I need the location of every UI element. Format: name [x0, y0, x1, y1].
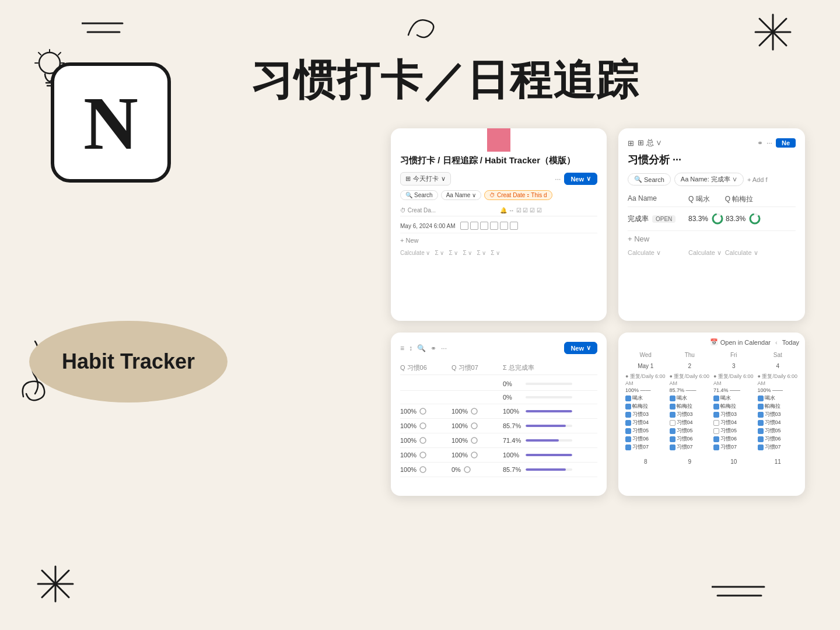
svg-point-35 [464, 467, 470, 473]
search-label-2: Search [644, 176, 664, 183]
sort-icon[interactable]: ↕ [409, 344, 412, 352]
day3-pct: 71.4% —— [713, 387, 754, 393]
svg-line-4 [760, 19, 786, 46]
date-10: 10 [712, 457, 755, 466]
row-date: May 6, 2024 6:00 AM [400, 223, 456, 229]
link-icon-3: ⚭ [430, 344, 436, 352]
search-chip[interactable]: 🔍 Search [400, 190, 438, 200]
h06-3: 100% [400, 422, 447, 430]
stats-row-6: 100% 0% 85.7% [400, 463, 597, 477]
new-btn-blue[interactable]: Ne [776, 138, 796, 148]
svg-point-32 [420, 452, 426, 458]
svg-line-13 [58, 52, 61, 55]
svg-point-34 [420, 467, 426, 473]
h06-4: 100% [400, 436, 447, 444]
analysis-title: 习惯分析 ··· [628, 153, 796, 167]
total-6: 85.7% [503, 466, 597, 473]
open-cal-label: Open in Calendar [720, 339, 771, 346]
checkbox-6[interactable] [510, 222, 518, 230]
pct-1: 0% [503, 394, 523, 401]
cal-header: 📅 Open in Calendar ‹ Today [624, 338, 799, 346]
calc-4[interactable]: Σ ∨ [463, 250, 472, 256]
date-filter[interactable]: ⏱ Creat Date：This d [484, 190, 552, 200]
new-link[interactable]: + New [628, 231, 796, 247]
calc-a2[interactable]: Calculate ∨ [688, 249, 723, 257]
total-1: 0% [503, 394, 597, 401]
total-4: 71.4% [503, 437, 597, 444]
analysis-table-header: Aa Name Q 喝水 Q 帕梅拉 [628, 192, 796, 207]
day1-header: ● 重复/Daily 6:00 AM [625, 373, 666, 386]
total-label: ⊞ 总 ∨ [638, 138, 662, 148]
calc-3[interactable]: Σ ∨ [449, 250, 458, 256]
deco-lines-bottomright [712, 581, 770, 607]
col-shui: Q 喝水 [688, 194, 723, 204]
checkbox-5[interactable] [500, 222, 508, 230]
dots-3[interactable]: ··· [441, 344, 447, 352]
calc-a1[interactable]: Calculate ∨ [628, 249, 686, 257]
calc-6[interactable]: Σ ∨ [491, 250, 500, 256]
status-open: OPEN [652, 215, 676, 223]
day3-header: ● 重复/Daily 6:00 AM [713, 373, 754, 386]
checkbox-3[interactable] [480, 222, 488, 230]
habit-badge: Habit Tracker [29, 321, 228, 402]
nav-prev[interactable]: ‹ [775, 339, 778, 346]
filter-icon[interactable]: ≡ [400, 344, 404, 352]
new-btn[interactable]: New ∨ [564, 173, 597, 185]
deco-star-bottomleft [35, 564, 76, 607]
dots-menu[interactable]: ··· [555, 175, 561, 183]
checkbox-1[interactable] [460, 222, 468, 230]
checkbox-2[interactable] [470, 222, 478, 230]
stats-new-chevron: ∨ [586, 344, 591, 352]
svg-point-27 [471, 408, 477, 414]
day-fri: Fri [712, 351, 755, 359]
calc-1[interactable]: Calculate ∨ [400, 250, 430, 256]
date-2: 2 [668, 362, 712, 370]
analysis-search[interactable]: 🔍 Search [628, 173, 671, 186]
stats-row-0: 0% [400, 377, 597, 391]
week1-dates: May 1 2 3 4 [624, 362, 799, 370]
card2-header: ⊞ ⊞ 总 ∨ ⚭ ··· Ne [628, 138, 796, 148]
day4-header: ● 重复/Daily 6:00 AM [758, 373, 799, 386]
today-btn[interactable]: Today [782, 339, 799, 346]
table-row: May 6, 2024 6:00 AM [400, 219, 597, 233]
h07-4: 100% [452, 436, 498, 444]
date-11: 11 [757, 457, 800, 466]
col-plum: Q 帕梅拉 [725, 194, 760, 204]
grid-icon: ⊞ [405, 175, 411, 183]
search-icon-3[interactable]: 🔍 [417, 344, 426, 352]
total-3: 85.7% [503, 422, 597, 429]
stats-row-3: 100% 100% 85.7% [400, 419, 597, 433]
day-headers: Wed Thu Fri Sat [624, 351, 799, 359]
analysis-data-row: 完成率 OPEN 83.3% 83.3% [628, 207, 796, 231]
day-sat: Sat [757, 351, 800, 359]
th-date: ⏱ Creat Da... [400, 207, 498, 214]
card-stats: ≡ ↕ 🔍 ⚭ ··· New ∨ Q 习惯06 Q 习惯07 Σ 总完成率 0… [391, 332, 607, 496]
view-selector[interactable]: ⊞ ⊞ 总 ∨ [628, 138, 662, 148]
name-filter-label: Aa Name ∨ [446, 192, 476, 198]
stats-header: ≡ ↕ 🔍 ⚭ ··· New ∨ [400, 342, 597, 354]
calc-5[interactable]: Σ ∨ [477, 250, 486, 256]
h07-3: 100% [452, 422, 498, 430]
new-row[interactable]: + New [400, 233, 597, 247]
svg-point-30 [420, 438, 426, 443]
open-cal-btn[interactable]: 📅 Open in Calendar [710, 338, 771, 346]
header-dots[interactable]: ··· [766, 139, 772, 147]
calc-a3[interactable]: Calculate ∨ [725, 249, 760, 257]
notion-logo: N [47, 58, 175, 187]
name-filter[interactable]: Aa Name ∨ [441, 190, 481, 200]
checkbox-4[interactable] [490, 222, 498, 230]
add-filter[interactable]: + Add f [747, 176, 768, 183]
view-btn[interactable]: ⊞ 今天打卡 ∨ [400, 172, 451, 186]
date-8: 8 [624, 457, 667, 466]
plum-pct: 83.3% [726, 215, 746, 223]
stats-row-2: 100% 100% 100% [400, 404, 597, 419]
day2-header: ● 重复/Daily 6:00 AM [670, 373, 710, 386]
pct-0: 0% [503, 380, 523, 387]
donut-chart-plum [749, 213, 761, 225]
stats-new-btn[interactable]: New ∨ [564, 342, 597, 354]
svg-line-5 [760, 19, 786, 46]
name-filter-2[interactable]: Aa Name: 完成率 ∨ [674, 173, 744, 186]
th-icons: 🔔 ↔ ☑ ☑ ☑ ☑ [500, 207, 597, 214]
date-9: 9 [668, 457, 712, 466]
calc-2[interactable]: Σ ∨ [435, 250, 444, 256]
